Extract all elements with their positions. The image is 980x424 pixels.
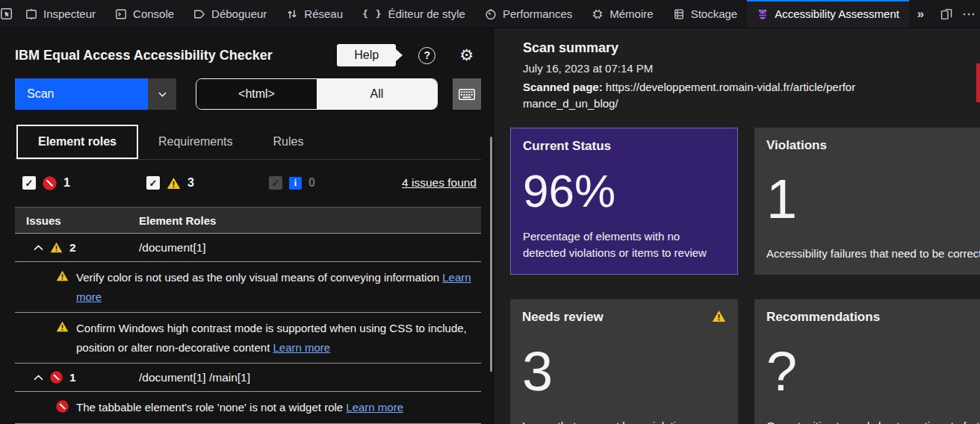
viewport-edge-red-strip [976, 63, 980, 102]
column-issues: Issues [15, 214, 139, 227]
tab-label: Stockage [691, 7, 738, 20]
toolbar-right-controls: » ⋯ × [909, 0, 980, 28]
needs-review-card: Needs review 3 Issues that may not be a … [510, 299, 738, 424]
recommendations-value: ? [766, 325, 980, 418]
summary-cards: Current Status 96% Percentage of element… [510, 128, 980, 424]
tab-performances[interactable]: Performances [475, 0, 582, 28]
tab-element-roles[interactable]: Element roles [16, 125, 138, 159]
issues-found-link[interactable]: 4 issues found [402, 176, 477, 190]
violations-card: Violations 1 Accessibility failures that… [754, 128, 980, 275]
tab-label: Performances [503, 7, 572, 20]
group-path: /document[1] /main[1] [139, 371, 481, 384]
recommendations-checkbox: ✓ [269, 176, 282, 190]
tab-editeur-de-style[interactable]: { } Éditeur de style [353, 0, 475, 28]
tab-console[interactable]: Console [105, 0, 184, 28]
console-icon [115, 8, 127, 20]
responsive-mode-button[interactable] [935, 0, 958, 28]
chevron-down-icon [158, 92, 167, 97]
tab-requirements[interactable]: Requirements [138, 125, 253, 159]
node-picker-button[interactable] [0, 0, 13, 28]
chevron-up-icon[interactable] [34, 375, 43, 381]
issue-row[interactable]: Verify color is not used as the only vis… [15, 262, 481, 313]
chevron-up-icon[interactable] [34, 245, 43, 251]
scan-split-button: Scan [15, 78, 176, 110]
group-count: 2 [69, 241, 76, 255]
more-tabs-icon: » [917, 7, 923, 22]
card-title: Current Status [523, 139, 611, 154]
tab-label: Accessibility Assessment [775, 7, 899, 20]
table-header: Issues Element Roles [15, 208, 481, 234]
tab-debogueur[interactable]: Débogueur [184, 0, 276, 28]
group-count: 1 [69, 371, 76, 384]
needs-review-checkbox[interactable]: ✓ [146, 176, 160, 190]
card-description: Accessibility failures that need to be c… [766, 246, 980, 265]
violations-checkbox[interactable]: ✓ [22, 176, 36, 190]
group-row-document[interactable]: 2 /document[1] [15, 234, 481, 262]
bee-icon [757, 8, 769, 20]
devtools-menu-button[interactable]: ⋯ [958, 0, 980, 28]
tab-label: Console [133, 7, 174, 20]
recommendations-filter: ✓ i 0 [269, 176, 315, 190]
network-icon [286, 8, 298, 20]
performance-icon [485, 8, 497, 20]
node-picker-icon [0, 7, 13, 20]
violations-count: 1 [63, 176, 70, 190]
issue-row[interactable]: Confirm Windows high contrast mode is su… [15, 313, 481, 364]
violations-filter: ✓ 1 [22, 176, 146, 190]
devtools-tabs: Inspecteur Console Débogueur Réseau { } … [16, 0, 909, 28]
tab-reseau[interactable]: Réseau [276, 0, 353, 28]
tab-inspecteur[interactable]: Inspecteur [16, 0, 105, 28]
tab-memoire[interactable]: Mémoire [582, 0, 663, 28]
storage-icon [673, 8, 685, 20]
scan-summary-title: Scan summary [523, 40, 980, 56]
settings-gear-icon[interactable]: ⚙ [459, 46, 474, 64]
issue-message: Confirm Windows high contrast mode is su… [76, 322, 467, 354]
all-scope-option[interactable]: All [317, 79, 437, 109]
scan-date: July 16, 2023 at 07:14 PM [523, 60, 980, 77]
group-row-main[interactable]: 1 /document[1] /main[1] [15, 364, 481, 392]
column-element-roles: Element Roles [139, 214, 481, 227]
recommendations-count: 0 [308, 176, 315, 190]
memory-icon [592, 8, 604, 20]
issue-filters: ✓ 1 ✓ 3 ✓ i 0 4 issues found [15, 169, 481, 196]
tab-label: Éditeur de style [388, 7, 465, 20]
debugger-icon [193, 8, 205, 20]
learn-more-link[interactable]: Learn more [273, 341, 331, 354]
tab-stockage[interactable]: Stockage [663, 0, 748, 28]
scan-summary-pane: Scan summary July 16, 2023 at 07:14 PM S… [494, 28, 980, 424]
card-title: Violations [766, 138, 827, 153]
card-description: Issues that may not be a violation; manu… [522, 418, 726, 424]
help-button[interactable]: Help [337, 44, 396, 66]
devtools-window: Inspecteur Console Débogueur Réseau { } … [0, 0, 980, 424]
scan-button[interactable]: Scan [15, 78, 148, 110]
devtools-toolbar: Inspecteur Console Débogueur Réseau { } … [0, 0, 980, 28]
recommendations-card: Recommendations i ? Opportunities to app… [754, 299, 980, 424]
info-icon: i [289, 177, 302, 190]
scanned-page-label: Scanned page: [523, 81, 603, 93]
tab-rules[interactable]: Rules [253, 125, 324, 159]
style-editor-icon: { } [362, 8, 382, 19]
warning-icon [167, 177, 181, 190]
left-pane-scrollbar[interactable] [490, 137, 492, 372]
scan-dropdown-button[interactable] [148, 78, 176, 110]
learn-more-link[interactable]: Learn more [346, 401, 403, 414]
warning-icon [56, 270, 69, 281]
warning-icon [56, 321, 69, 332]
issue-message: Verify color is not used as the only vis… [76, 271, 442, 284]
checker-title: IBM Equal Access Accessibility Checker [15, 48, 273, 63]
keyboard-icon [459, 89, 475, 100]
help-question-icon[interactable]: ? [418, 47, 435, 64]
card-title: Recommendations [766, 310, 880, 325]
tab-accessibility-assessment[interactable]: Accessibility Assessment [747, 0, 909, 28]
checker-tabs: Element roles Requirements Rules [15, 125, 481, 160]
element-scope-option[interactable]: <html> [196, 79, 317, 109]
needs-review-filter: ✓ 3 [146, 176, 269, 190]
current-status-value: 96% [523, 154, 725, 228]
issue-row[interactable]: The tabbable element's role 'none' is no… [15, 392, 481, 424]
more-tabs-button[interactable]: » [909, 0, 931, 28]
tab-label: Inspecteur [43, 7, 96, 20]
keyboard-checker-button[interactable] [453, 78, 481, 110]
card-description: Opportunities to apply best practices to… [766, 418, 980, 424]
issues-table: Issues Element Roles 2 /document[1] [15, 207, 481, 424]
scope-toggle: <html> All [196, 78, 438, 110]
